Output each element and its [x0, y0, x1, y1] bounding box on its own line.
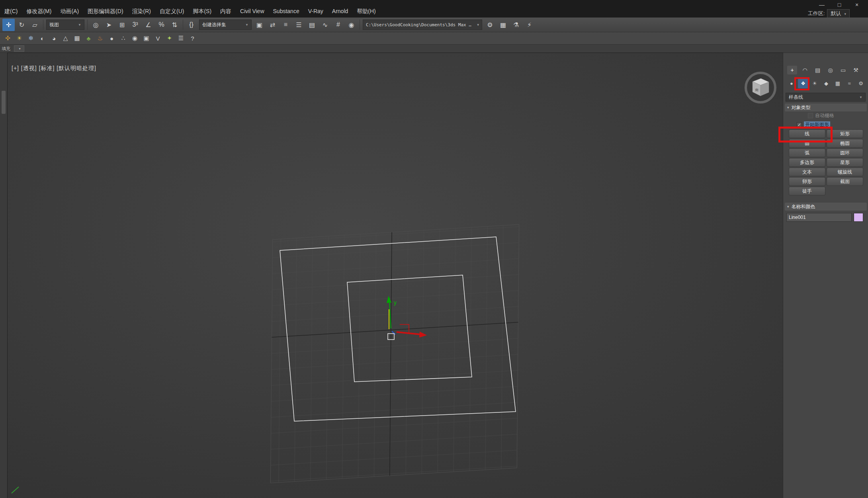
viewport-tab-strip: 填充: [0, 45, 868, 53]
category-helpers[interactable]: ▦: [833, 78, 843, 88]
named-selection-set-value: 创建选择集: [202, 21, 226, 28]
minimize-button[interactable]: —: [813, 0, 831, 10]
pinwheel-icon[interactable]: ✣: [2, 33, 13, 44]
rendered-frame-icon[interactable]: ▦: [497, 19, 509, 31]
category-cameras[interactable]: ◆: [821, 78, 831, 88]
plant-icon[interactable]: ♣: [83, 33, 94, 44]
menu-item[interactable]: 自定义(U): [155, 6, 188, 17]
use-pivot-center-icon[interactable]: ◎: [90, 19, 102, 31]
percent-snap-icon[interactable]: %: [155, 19, 168, 31]
layer-manager-icon[interactable]: ☰: [293, 19, 305, 31]
snowflake-icon[interactable]: ❄: [25, 33, 36, 44]
workspace-label: 工作区:: [808, 10, 825, 17]
toolbar-separator: [87, 20, 88, 30]
named-selection-set-dropdown[interactable]: 创建选择集: [199, 20, 252, 30]
box-tools-icon[interactable]: ▣: [141, 33, 152, 44]
object-name-input[interactable]: [786, 213, 852, 222]
shape-button[interactable]: 截面: [827, 177, 863, 186]
curve-editor-icon[interactable]: ∿: [319, 19, 331, 31]
maximize-button[interactable]: □: [831, 0, 848, 10]
viewport-canvas[interactable]: y 南 [+] [透视] [标准] [默认明: [8, 53, 783, 498]
rollout-name-color[interactable]: 名称和颜色: [785, 203, 867, 211]
material-editor-icon[interactable]: ◉: [345, 19, 358, 31]
list-icon[interactable]: ☰: [176, 33, 186, 44]
flame-icon[interactable]: ♨: [95, 33, 106, 44]
ball-icon[interactable]: ●: [106, 33, 117, 44]
autogrid-checkbox[interactable]: [808, 113, 813, 118]
shape-button[interactable]: 卵形: [789, 177, 825, 186]
extras-toolbar: ✣☀❄◐◕△▦♣♨●∴◉▣V✦☰?: [0, 32, 868, 45]
shape-button[interactable]: 星形: [827, 158, 863, 167]
menu-item[interactable]: 渲染(R): [128, 6, 155, 17]
select-and-scale-icon[interactable]: ▱: [29, 19, 41, 31]
cone-icon[interactable]: △: [60, 33, 71, 44]
render-iterative-icon[interactable]: ⚡: [523, 19, 536, 31]
category-lights[interactable]: ☀: [809, 78, 820, 88]
shape-button[interactable]: 文本: [789, 168, 825, 176]
menu-item[interactable]: 建(C): [0, 6, 22, 17]
menu-item[interactable]: 帮助(H): [352, 6, 380, 17]
grid-icon[interactable]: ▦: [72, 33, 82, 44]
menu-bar: 建(C)修改器(M)动画(A)图形编辑器(D)渲染(R)自定义(U)脚本(S)内…: [0, 6, 380, 17]
workspace-selector[interactable]: 工作区: 默认: [808, 9, 850, 18]
dots-icon[interactable]: ∴: [118, 33, 129, 44]
left-dock-handle[interactable]: [2, 91, 6, 114]
menu-item[interactable]: 内容: [216, 6, 236, 17]
menu-item[interactable]: 修改器(M): [22, 6, 56, 17]
sparkle-icon[interactable]: ✦: [164, 33, 175, 44]
lens-icon[interactable]: ◉: [129, 33, 140, 44]
render-production-icon[interactable]: ⚗: [510, 19, 522, 31]
half-sphere-icon[interactable]: ◐: [37, 33, 48, 44]
menu-item[interactable]: 脚本(S): [188, 6, 216, 17]
coordinate-system-dropdown[interactable]: 视图: [46, 20, 84, 30]
toolbar-separator: [43, 20, 43, 30]
layout-dropdown-icon[interactable]: [14, 45, 24, 52]
select-and-move-icon[interactable]: ✛: [2, 19, 15, 31]
menu-item[interactable]: Substance: [269, 6, 304, 17]
angle-snap-icon[interactable]: ∠: [142, 19, 154, 31]
shape-type-dropdown[interactable]: 样条线: [786, 93, 866, 102]
tab-hierarchy[interactable]: ▤: [813, 66, 823, 74]
menu-item[interactable]: 动画(A): [56, 6, 83, 17]
vray-icon[interactable]: V: [152, 33, 163, 44]
keyboard-override-icon[interactable]: ⊞: [116, 19, 128, 31]
category-systems[interactable]: ⚙: [856, 78, 866, 88]
menu-item[interactable]: V-Ray: [304, 6, 328, 17]
menu-item[interactable]: Civil View: [236, 6, 268, 17]
schematic-view-icon[interactable]: #: [332, 19, 344, 31]
shape-button[interactable]: 弧: [789, 148, 825, 157]
tab-display[interactable]: ▭: [838, 66, 848, 74]
align-icon[interactable]: ≡: [280, 19, 292, 31]
sun-icon[interactable]: ☀: [14, 33, 25, 44]
shape-button[interactable]: 圆环: [827, 148, 863, 157]
edit-named-selection-icon[interactable]: {}: [185, 19, 197, 31]
viewport-label[interactable]: [+] [透视] [标准] [默认明暗处理]: [12, 65, 96, 72]
select-and-rotate-icon[interactable]: ↻: [16, 19, 28, 31]
help-icon[interactable]: ?: [187, 33, 198, 44]
window-crossing-icon[interactable]: ▣: [253, 19, 266, 31]
shape-button[interactable]: 徒手: [789, 187, 825, 195]
viewcube-face-label: 南: [755, 88, 759, 92]
close-button[interactable]: ×: [848, 0, 866, 10]
project-path-dropdown[interactable]: C:\Users\GoodCooking\Documents\3ds Max 2…: [363, 20, 482, 30]
tab-motion[interactable]: ◎: [825, 66, 835, 74]
tab-modify[interactable]: ◠: [800, 66, 810, 74]
shape-button[interactable]: 多边形: [789, 158, 825, 167]
rollout-object-type[interactable]: 对象类型: [785, 104, 867, 111]
toggle-ribbon-icon[interactable]: ▤: [306, 19, 318, 31]
sphere-icon[interactable]: ◕: [49, 33, 59, 44]
command-panel: +◠▤◎▭⚒ ●❖☀◆▦≈⚙ 样条线 对象类型 自动栅格 开始新图形 线矩形圆椭…: [783, 53, 868, 498]
menu-item[interactable]: Arnold: [328, 6, 352, 17]
render-setup-icon[interactable]: ⚙: [484, 19, 496, 31]
shape-button[interactable]: 螺旋线: [827, 168, 863, 176]
select-and-manipulate-icon[interactable]: ➤: [103, 19, 115, 31]
left-dock-edge: [0, 53, 8, 498]
tab-create[interactable]: +: [787, 66, 797, 74]
spinner-snap-icon[interactable]: ⇅: [168, 19, 181, 31]
snaps-toggle-icon[interactable]: 3³: [129, 19, 141, 31]
object-color-swatch[interactable]: [854, 213, 863, 222]
tab-utilities[interactable]: ⚒: [851, 66, 861, 74]
mirror-icon[interactable]: ⇄: [266, 19, 279, 31]
menu-item[interactable]: 图形编辑器(D): [83, 6, 127, 17]
category-space-warps[interactable]: ≈: [844, 78, 854, 88]
